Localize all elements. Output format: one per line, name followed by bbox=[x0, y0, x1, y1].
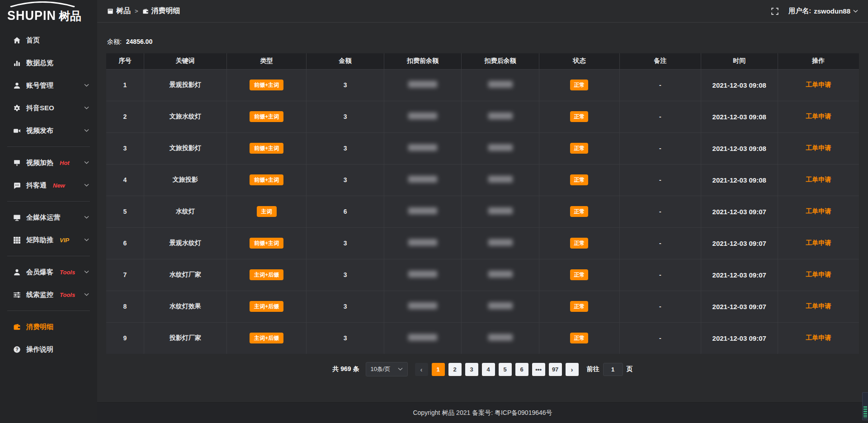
column-header: 扣费前余额 bbox=[384, 53, 461, 69]
redacted-post-balance bbox=[488, 176, 513, 183]
user-menu[interactable]: 用户名: zswodun88 bbox=[788, 7, 858, 15]
cell-pre-balance bbox=[384, 132, 461, 164]
page-more-button[interactable]: ••• bbox=[532, 363, 545, 376]
sidebar-item-3[interactable]: 抖音SEO bbox=[0, 97, 97, 119]
sidebar-item-10[interactable]: 线索监控Tools bbox=[0, 283, 97, 306]
sidebar-item-6[interactable]: 抖客通New bbox=[0, 174, 97, 197]
consumption-table: 序号关键词类型金额扣费前余额扣费后余额状态备注时间操作 1景观投影灯前缀+主词3… bbox=[106, 53, 859, 354]
cell-action: 工单申请 bbox=[778, 291, 859, 322]
cell-keyword: 文旅投影 bbox=[144, 164, 226, 196]
fullscreen-icon[interactable] bbox=[771, 8, 778, 15]
redacted-post-balance bbox=[488, 239, 513, 246]
work-order-link[interactable]: 工单申请 bbox=[806, 271, 831, 278]
work-order-link[interactable]: 工单申请 bbox=[806, 81, 831, 88]
sidebar-item-9[interactable]: 会员爆客Tools bbox=[0, 261, 97, 283]
page-button-4[interactable]: 4 bbox=[482, 363, 495, 376]
cell-pre-balance bbox=[384, 322, 461, 354]
work-order-link[interactable]: 工单申请 bbox=[806, 176, 831, 183]
cell-time: 2021-12-03 09:07 bbox=[701, 227, 778, 259]
table-header-row: 序号关键词类型金额扣费前余额扣费后余额状态备注时间操作 bbox=[106, 53, 859, 69]
sidebar-item-1[interactable]: 数据总览 bbox=[0, 52, 97, 74]
sidebar-item-0[interactable]: 首页 bbox=[0, 29, 97, 52]
redacted-post-balance bbox=[488, 334, 513, 341]
cell-index: 7 bbox=[106, 259, 144, 291]
cell-remark: - bbox=[619, 164, 701, 196]
cell-status: 正常 bbox=[539, 291, 619, 322]
column-header: 状态 bbox=[539, 53, 619, 69]
sidebar-item-8[interactable]: 矩阵助推VIP bbox=[0, 229, 97, 251]
work-order-link[interactable]: 工单申请 bbox=[806, 113, 831, 120]
work-order-link[interactable]: 工单申请 bbox=[806, 334, 831, 341]
sidebar-item-2[interactable]: 账号管理 bbox=[0, 74, 97, 97]
cell-amount: 3 bbox=[307, 322, 384, 354]
work-order-link[interactable]: 工单申请 bbox=[806, 144, 831, 151]
svg-text:?: ? bbox=[15, 347, 18, 352]
table-row: 8水纹灯效果主词+后缀3正常-2021-12-03 09:07工单申请 bbox=[106, 291, 859, 322]
cell-time: 2021-12-03 09:07 bbox=[701, 259, 778, 291]
cell-remark: - bbox=[619, 196, 701, 227]
page-button-2[interactable]: 2 bbox=[448, 363, 462, 376]
balance-value: 24856.00 bbox=[126, 38, 152, 45]
redacted-pre-balance bbox=[408, 113, 437, 119]
sidebar-item-label: 会员爆客 bbox=[26, 268, 53, 277]
type-badge: 前缀+主词 bbox=[250, 238, 283, 249]
sidebar-item-label: 线索监控 bbox=[26, 291, 53, 299]
sidebar-item-5[interactable]: 视频加热Hot bbox=[0, 151, 97, 174]
breadcrumb-item-root[interactable]: 树品 bbox=[107, 6, 131, 16]
cell-type: 主词 bbox=[226, 196, 306, 227]
home-icon bbox=[13, 37, 21, 44]
table-row: 9投影灯厂家主词+后缀3正常-2021-12-03 09:07工单申请 bbox=[106, 322, 859, 354]
cell-amount: 6 bbox=[307, 196, 384, 227]
sidebar-item-4[interactable]: 视频发布 bbox=[0, 119, 97, 142]
table-row: 4文旅投影前缀+主词3正常-2021-12-03 09:08工单申请 bbox=[106, 164, 859, 196]
pagination: 共 969 条 10条/页 ‹ 123456•••97 › 前往 页 bbox=[106, 362, 859, 376]
cell-post-balance bbox=[462, 164, 539, 196]
cell-type: 前缀+主词 bbox=[226, 227, 306, 259]
table-row: 7水纹灯厂家主词+后缀3正常-2021-12-03 09:07工单申请 bbox=[106, 259, 859, 291]
page-size-select[interactable]: 10条/页 bbox=[366, 362, 408, 376]
work-order-link[interactable]: 工单申请 bbox=[806, 239, 831, 246]
next-page-button[interactable]: › bbox=[566, 363, 579, 376]
sidebar-item-7[interactable]: 全媒体运营 bbox=[0, 206, 97, 229]
table-body: 1景观投影灯前缀+主词3正常-2021-12-03 09:08工单申请2文旅水纹… bbox=[106, 69, 859, 354]
status-badge: 正常 bbox=[570, 301, 588, 312]
cell-keyword: 景观投影灯 bbox=[144, 69, 226, 101]
cell-post-balance bbox=[462, 132, 539, 164]
cell-keyword: 水纹灯效果 bbox=[144, 291, 226, 322]
sidebar-item-12[interactable]: ?操作说明 bbox=[0, 338, 97, 361]
type-badge: 前缀+主词 bbox=[250, 143, 283, 154]
redacted-post-balance bbox=[488, 271, 513, 277]
sidebar-item-label: 首页 bbox=[26, 36, 40, 45]
page-button-97[interactable]: 97 bbox=[549, 363, 562, 376]
wallet-icon bbox=[13, 323, 21, 331]
goto-page-input[interactable] bbox=[603, 363, 623, 376]
page-button-6[interactable]: 6 bbox=[515, 363, 528, 376]
sidebar-item-11[interactable]: 消费明细 bbox=[0, 315, 97, 338]
redacted-post-balance bbox=[488, 144, 513, 151]
sidebar-item-label: 全媒体运营 bbox=[26, 213, 60, 222]
type-badge: 前缀+主词 bbox=[250, 80, 283, 90]
cell-time: 2021-12-03 09:08 bbox=[701, 164, 778, 196]
brand-logo: SHUPIN 树品 bbox=[0, 0, 97, 24]
type-badge: 主词 bbox=[257, 206, 277, 217]
breadcrumb-item-current[interactable]: 消费明细 bbox=[142, 6, 180, 16]
cell-pre-balance bbox=[384, 259, 461, 291]
page-button-5[interactable]: 5 bbox=[499, 363, 512, 376]
prev-page-button[interactable]: ‹ bbox=[415, 363, 428, 376]
page-button-3[interactable]: 3 bbox=[465, 363, 478, 376]
chat-widget-tab[interactable] bbox=[862, 392, 868, 420]
breadcrumb-root-label: 树品 bbox=[116, 6, 131, 16]
redacted-pre-balance bbox=[408, 81, 437, 88]
app-icon bbox=[107, 8, 113, 14]
cell-keyword: 文旅投影灯 bbox=[144, 132, 226, 164]
cell-index: 6 bbox=[106, 227, 144, 259]
grid-icon bbox=[13, 236, 21, 244]
work-order-link[interactable]: 工单申请 bbox=[806, 207, 831, 215]
redacted-pre-balance bbox=[408, 144, 437, 151]
cell-index: 1 bbox=[106, 69, 144, 101]
work-order-link[interactable]: 工单申请 bbox=[806, 302, 831, 310]
cell-pre-balance bbox=[384, 164, 461, 196]
redacted-pre-balance bbox=[408, 239, 437, 246]
sidebar-item-badge: Hot bbox=[60, 160, 70, 166]
page-button-1[interactable]: 1 bbox=[432, 363, 445, 376]
